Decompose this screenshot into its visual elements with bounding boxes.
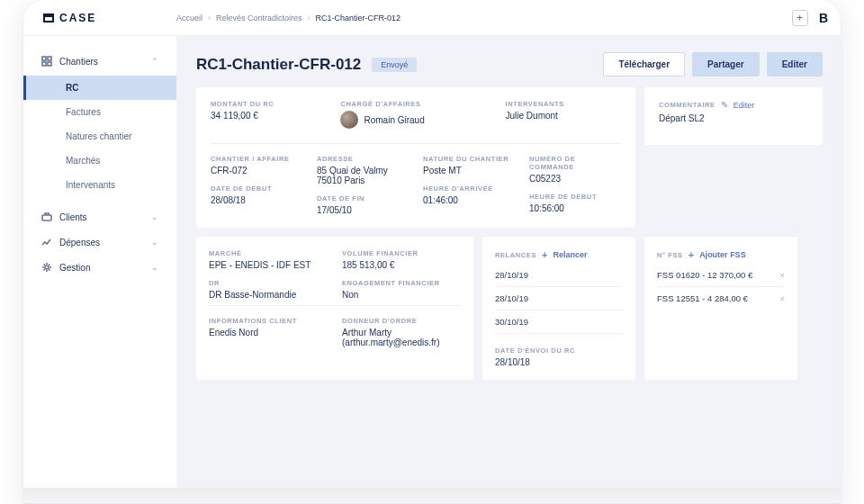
field-label: HEURE DE DÉBUT: [529, 193, 621, 201]
field-label: MARCHÉ: [209, 249, 328, 257]
fss-card: N° FSS + Ajouter FSS FSS 01620 - 12 370,…: [644, 237, 797, 380]
brand-b-icon[interactable]: B: [819, 11, 828, 25]
field-label: ADRESSE: [317, 155, 409, 163]
charge-name: Romain Giraud: [364, 115, 424, 125]
svg-rect-4: [42, 215, 51, 220]
field-label: INFORMATIONS CLIENT: [209, 317, 328, 325]
fss-entry: FSS 12551 - 4 284,00 €: [657, 293, 748, 303]
breadcrumb: Accueil › Relevés Contradictoires › RC1-…: [176, 14, 400, 22]
envoi-value: 28/10/18: [495, 357, 623, 367]
comment-card: COMMENTAIRE ✎ Editer Départ SL2: [644, 87, 823, 145]
status-badge: Envoyé: [372, 58, 417, 72]
sidebar-item-intervenants[interactable]: Intervenants: [23, 173, 176, 197]
field-label: INTERVENANTS: [506, 100, 621, 108]
list-item: 30/10/19: [495, 310, 623, 334]
field-label: VOLUME FINANCIER: [342, 249, 461, 257]
sidebar-item-chantiers[interactable]: Chantiers ⌃: [23, 49, 176, 74]
adresse-value: 85 Quai de Valmy 75010 Paris: [317, 166, 409, 185]
breadcrumb-current: RC1-Chantier-CFR-012: [316, 14, 401, 22]
gear-icon: [41, 262, 52, 273]
sidebar-item-rc[interactable]: RC: [23, 76, 176, 100]
ajouter-fss-button[interactable]: Ajouter FSS: [699, 250, 746, 259]
field-label: NUMÉRO DE COMMANDE: [529, 155, 621, 171]
heure-debut-value: 10:56:00: [529, 203, 621, 213]
sidebar-item-marches[interactable]: Marchés: [23, 148, 176, 173]
sidebar: Chantiers ⌃ RC Factures Natures chantier…: [23, 36, 176, 504]
logo-icon: [43, 14, 54, 22]
pencil-icon: ✎: [721, 100, 728, 110]
sidebar-item-label: Gestion: [59, 263, 90, 273]
svg-rect-2: [42, 62, 46, 66]
relance-date: 28/10/19: [495, 270, 528, 280]
remove-icon[interactable]: ×: [779, 270, 785, 280]
svg-point-5: [45, 266, 49, 269]
edit-button[interactable]: Editer: [767, 52, 823, 76]
field-label: ENGAGEMENT FINANCIER: [342, 279, 461, 287]
chevron-right-icon: ›: [308, 14, 310, 22]
field-label: MONTANT DU RC: [211, 100, 326, 108]
chart-icon: [41, 237, 52, 248]
list-item: 28/10/19: [495, 287, 623, 310]
info-client-value: Enedis Nord: [209, 328, 328, 338]
sidebar-item-label: Clients: [59, 212, 87, 222]
nature-value: Poste MT: [423, 166, 515, 176]
svg-rect-1: [48, 57, 51, 60]
chevron-down-icon: ⌄: [151, 212, 158, 221]
plus-icon: +: [688, 249, 694, 260]
field-label: DATE DE DEBUT: [211, 184, 302, 193]
breadcrumb-root[interactable]: Accueil: [176, 14, 202, 22]
relancer-button[interactable]: Relancer: [554, 250, 588, 259]
relances-label: RELANCES: [495, 251, 536, 259]
relances-card: RELANCES + Relancer 28/10/19 28/10/19 30…: [482, 237, 635, 380]
sidebar-item-natures[interactable]: Natures chantier: [23, 124, 176, 148]
sidebar-item-gestion[interactable]: Gestion ⌄: [23, 255, 176, 280]
intervenants-value: Julie Dumont: [506, 111, 621, 121]
dr-value: DR Basse-Normandie: [209, 290, 328, 300]
summary-card: MONTANT DU RC 34 119,00 € CHARGÉ D'AFFAI…: [196, 87, 635, 228]
field-label: CHARGÉ D'AFFAIRES: [340, 100, 490, 108]
relance-date: 28/10/19: [495, 293, 528, 303]
chevron-right-icon: ›: [208, 14, 211, 22]
main-content: RC1-Chantier-CFR-012 Envoyé Télécharger …: [176, 36, 841, 504]
comment-label: COMMENTAIRE: [659, 101, 716, 109]
market-card: MARCHÉ EPE - ENEDIS - IDF EST DR DR Bass…: [196, 237, 473, 380]
sidebar-item-label: Natures chantier: [66, 131, 131, 141]
chevron-down-icon: ⌄: [151, 238, 158, 247]
share-button[interactable]: Partager: [692, 52, 760, 76]
montant-value: 34 119,00 €: [211, 111, 326, 121]
remove-icon[interactable]: ×: [779, 293, 785, 303]
volume-value: 185 513,00 €: [342, 260, 461, 270]
sidebar-item-label: RC: [66, 83, 78, 93]
breadcrumb-section[interactable]: Relevés Contradictoires: [216, 14, 302, 22]
plus-icon: +: [542, 249, 547, 260]
relance-date: 30/10/19: [495, 317, 528, 327]
comment-edit-button[interactable]: Editer: [734, 101, 755, 110]
add-button[interactable]: +: [792, 10, 808, 26]
sidebar-item-depenses[interactable]: Dépenses ⌄: [23, 230, 176, 255]
chevron-down-icon: ⌄: [151, 263, 158, 272]
avatar: [340, 111, 358, 129]
page-title: RC1-Chantier-CFR-012: [196, 56, 361, 74]
field-label: CHANTIER / AFFAIRE: [211, 155, 302, 163]
sidebar-item-label: Chantiers: [59, 57, 98, 67]
charge-value: Romain Giraud: [340, 111, 490, 129]
sidebar-item-clients[interactable]: Clients ⌄: [23, 204, 176, 230]
svg-rect-0: [42, 57, 46, 60]
download-button[interactable]: Télécharger: [603, 52, 685, 76]
topbar: CASE Accueil › Relevés Contradictoires ›…: [23, 0, 841, 36]
list-item: FSS 12551 - 4 284,00 € ×: [657, 287, 785, 310]
field-label: NATURE DU CHANTIER: [423, 155, 515, 163]
chevron-up-icon: ⌃: [151, 57, 158, 66]
list-item: 28/10/19: [495, 264, 623, 287]
sidebar-item-factures[interactable]: Factures: [23, 100, 176, 124]
comment-value: Départ SL2: [659, 113, 808, 123]
engagement-value: Non: [342, 290, 461, 300]
briefcase-icon: [41, 212, 52, 222]
marche-value: EPE - ENEDIS - IDF EST: [209, 260, 328, 270]
sidebar-item-label: Intervenants: [66, 180, 115, 190]
chantier-value: CFR-072: [211, 166, 302, 176]
heure-arrivee-value: 01:46:00: [423, 195, 515, 205]
date-fin-value: 17/05/10: [317, 205, 409, 215]
field-label: DATE DE FIN: [317, 194, 409, 202]
commande-value: C05223: [529, 174, 621, 184]
